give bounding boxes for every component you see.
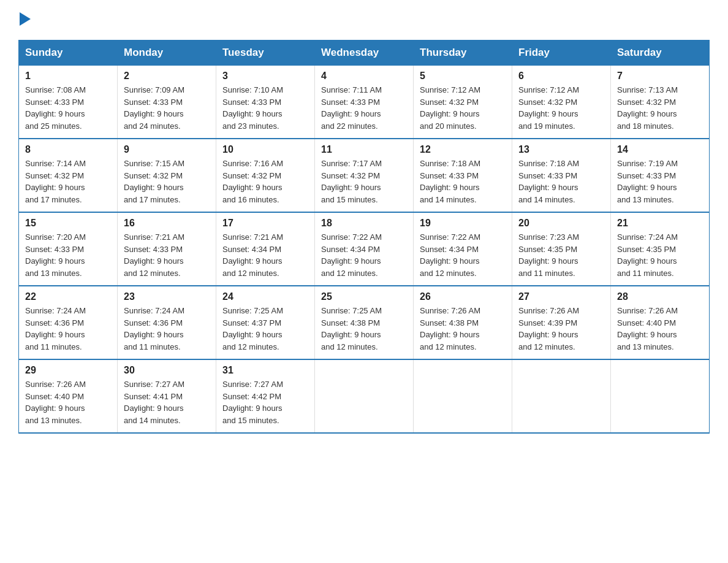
day-info: Sunrise: 7:21 AM Sunset: 4:33 PM Dayligh… (124, 231, 210, 279)
calendar-cell: 14 Sunrise: 7:19 AM Sunset: 4:33 PM Dayl… (611, 139, 710, 212)
day-number: 16 (124, 218, 210, 229)
day-number: 23 (124, 291, 210, 302)
calendar-week-5: 29 Sunrise: 7:26 AM Sunset: 4:40 PM Dayl… (19, 359, 710, 433)
column-header-friday: Friday (512, 40, 611, 66)
calendar-cell: 27 Sunrise: 7:26 AM Sunset: 4:39 PM Dayl… (512, 286, 611, 359)
calendar-cell: 10 Sunrise: 7:16 AM Sunset: 4:32 PM Dayl… (216, 139, 315, 212)
day-number: 25 (321, 291, 407, 302)
calendar-cell: 25 Sunrise: 7:25 AM Sunset: 4:38 PM Dayl… (315, 286, 414, 359)
calendar-cell: 15 Sunrise: 7:20 AM Sunset: 4:33 PM Dayl… (19, 212, 118, 286)
calendar-cell (512, 359, 611, 433)
calendar-cell: 20 Sunrise: 7:23 AM Sunset: 4:35 PM Dayl… (512, 212, 611, 286)
logo-arrow-icon (20, 12, 31, 26)
column-header-saturday: Saturday (611, 40, 710, 66)
calendar-cell: 6 Sunrise: 7:12 AM Sunset: 4:32 PM Dayli… (512, 66, 611, 139)
calendar-cell: 5 Sunrise: 7:12 AM Sunset: 4:32 PM Dayli… (414, 66, 512, 139)
calendar-cell (414, 359, 512, 433)
calendar-week-2: 8 Sunrise: 7:14 AM Sunset: 4:32 PM Dayli… (19, 139, 710, 212)
svg-marker-0 (20, 12, 31, 26)
day-info: Sunrise: 7:15 AM Sunset: 4:32 PM Dayligh… (124, 158, 210, 205)
day-number: 11 (321, 144, 407, 155)
day-number: 22 (25, 291, 111, 302)
day-number: 14 (617, 144, 703, 155)
day-number: 4 (321, 71, 407, 82)
day-info: Sunrise: 7:26 AM Sunset: 4:40 PM Dayligh… (25, 378, 111, 426)
column-header-monday: Monday (118, 40, 216, 66)
calendar-week-3: 15 Sunrise: 7:20 AM Sunset: 4:33 PM Dayl… (19, 212, 710, 286)
column-header-sunday: Sunday (19, 40, 118, 66)
page-header (18, 12, 710, 28)
calendar-cell: 17 Sunrise: 7:21 AM Sunset: 4:34 PM Dayl… (216, 212, 315, 286)
day-info: Sunrise: 7:26 AM Sunset: 4:38 PM Dayligh… (420, 305, 506, 353)
calendar-cell: 21 Sunrise: 7:24 AM Sunset: 4:35 PM Dayl… (611, 212, 710, 286)
day-number: 30 (124, 365, 210, 376)
day-number: 13 (518, 144, 604, 155)
day-info: Sunrise: 7:25 AM Sunset: 4:37 PM Dayligh… (222, 305, 308, 353)
calendar-cell: 3 Sunrise: 7:10 AM Sunset: 4:33 PM Dayli… (216, 66, 315, 139)
calendar-cell: 28 Sunrise: 7:26 AM Sunset: 4:40 PM Dayl… (611, 286, 710, 359)
calendar-cell (611, 359, 710, 433)
day-number: 3 (222, 71, 308, 82)
day-info: Sunrise: 7:14 AM Sunset: 4:32 PM Dayligh… (25, 158, 111, 205)
day-info: Sunrise: 7:26 AM Sunset: 4:40 PM Dayligh… (617, 305, 703, 353)
day-number: 24 (222, 291, 308, 302)
day-number: 17 (222, 218, 308, 229)
calendar-cell: 13 Sunrise: 7:18 AM Sunset: 4:33 PM Dayl… (512, 139, 611, 212)
column-header-tuesday: Tuesday (216, 40, 315, 66)
day-number: 15 (25, 218, 111, 229)
calendar-table: SundayMondayTuesdayWednesdayThursdayFrid… (18, 40, 710, 434)
day-info: Sunrise: 7:25 AM Sunset: 4:38 PM Dayligh… (321, 305, 407, 353)
calendar-cell: 19 Sunrise: 7:22 AM Sunset: 4:34 PM Dayl… (414, 212, 512, 286)
day-info: Sunrise: 7:21 AM Sunset: 4:34 PM Dayligh… (222, 231, 308, 279)
day-info: Sunrise: 7:23 AM Sunset: 4:35 PM Dayligh… (518, 231, 604, 279)
day-number: 28 (617, 291, 703, 302)
calendar-cell: 22 Sunrise: 7:24 AM Sunset: 4:36 PM Dayl… (19, 286, 118, 359)
day-info: Sunrise: 7:24 AM Sunset: 4:35 PM Dayligh… (617, 231, 703, 279)
day-number: 18 (321, 218, 407, 229)
day-info: Sunrise: 7:22 AM Sunset: 4:34 PM Dayligh… (420, 231, 506, 279)
calendar-cell: 1 Sunrise: 7:08 AM Sunset: 4:33 PM Dayli… (19, 66, 118, 139)
column-header-wednesday: Wednesday (315, 40, 414, 66)
day-number: 1 (25, 71, 111, 82)
day-info: Sunrise: 7:22 AM Sunset: 4:34 PM Dayligh… (321, 231, 407, 279)
day-number: 9 (124, 144, 210, 155)
day-number: 7 (617, 71, 703, 82)
day-info: Sunrise: 7:20 AM Sunset: 4:33 PM Dayligh… (25, 231, 111, 279)
calendar-cell: 9 Sunrise: 7:15 AM Sunset: 4:32 PM Dayli… (118, 139, 216, 212)
calendar-cell: 8 Sunrise: 7:14 AM Sunset: 4:32 PM Dayli… (19, 139, 118, 212)
day-number: 5 (420, 71, 506, 82)
day-info: Sunrise: 7:12 AM Sunset: 4:32 PM Dayligh… (420, 84, 506, 132)
calendar-cell: 16 Sunrise: 7:21 AM Sunset: 4:33 PM Dayl… (118, 212, 216, 286)
calendar-header-row: SundayMondayTuesdayWednesdayThursdayFrid… (19, 40, 710, 66)
calendar-cell: 24 Sunrise: 7:25 AM Sunset: 4:37 PM Dayl… (216, 286, 315, 359)
day-info: Sunrise: 7:24 AM Sunset: 4:36 PM Dayligh… (25, 305, 111, 353)
calendar-cell: 30 Sunrise: 7:27 AM Sunset: 4:41 PM Dayl… (118, 359, 216, 433)
calendar-cell: 7 Sunrise: 7:13 AM Sunset: 4:32 PM Dayli… (611, 66, 710, 139)
day-info: Sunrise: 7:08 AM Sunset: 4:33 PM Dayligh… (25, 84, 111, 132)
day-info: Sunrise: 7:16 AM Sunset: 4:32 PM Dayligh… (222, 158, 308, 205)
day-info: Sunrise: 7:09 AM Sunset: 4:33 PM Dayligh… (124, 84, 210, 132)
day-number: 8 (25, 144, 111, 155)
day-number: 29 (25, 365, 111, 376)
calendar-cell (315, 359, 414, 433)
calendar-cell: 29 Sunrise: 7:26 AM Sunset: 4:40 PM Dayl… (19, 359, 118, 433)
calendar-cell: 12 Sunrise: 7:18 AM Sunset: 4:33 PM Dayl… (414, 139, 512, 212)
day-info: Sunrise: 7:18 AM Sunset: 4:33 PM Dayligh… (518, 158, 604, 205)
calendar-cell: 18 Sunrise: 7:22 AM Sunset: 4:34 PM Dayl… (315, 212, 414, 286)
day-info: Sunrise: 7:19 AM Sunset: 4:33 PM Dayligh… (617, 158, 703, 205)
calendar-cell: 23 Sunrise: 7:24 AM Sunset: 4:36 PM Dayl… (118, 286, 216, 359)
day-info: Sunrise: 7:18 AM Sunset: 4:33 PM Dayligh… (420, 158, 506, 205)
day-number: 6 (518, 71, 604, 82)
day-info: Sunrise: 7:11 AM Sunset: 4:33 PM Dayligh… (321, 84, 407, 132)
calendar-cell: 11 Sunrise: 7:17 AM Sunset: 4:32 PM Dayl… (315, 139, 414, 212)
logo (18, 12, 31, 28)
calendar-week-4: 22 Sunrise: 7:24 AM Sunset: 4:36 PM Dayl… (19, 286, 710, 359)
day-info: Sunrise: 7:13 AM Sunset: 4:32 PM Dayligh… (617, 84, 703, 132)
day-info: Sunrise: 7:26 AM Sunset: 4:39 PM Dayligh… (518, 305, 604, 353)
day-info: Sunrise: 7:27 AM Sunset: 4:42 PM Dayligh… (222, 378, 308, 426)
day-number: 21 (617, 218, 703, 229)
day-info: Sunrise: 7:27 AM Sunset: 4:41 PM Dayligh… (124, 378, 210, 426)
day-number: 27 (518, 291, 604, 302)
calendar-cell: 26 Sunrise: 7:26 AM Sunset: 4:38 PM Dayl… (414, 286, 512, 359)
day-number: 12 (420, 144, 506, 155)
